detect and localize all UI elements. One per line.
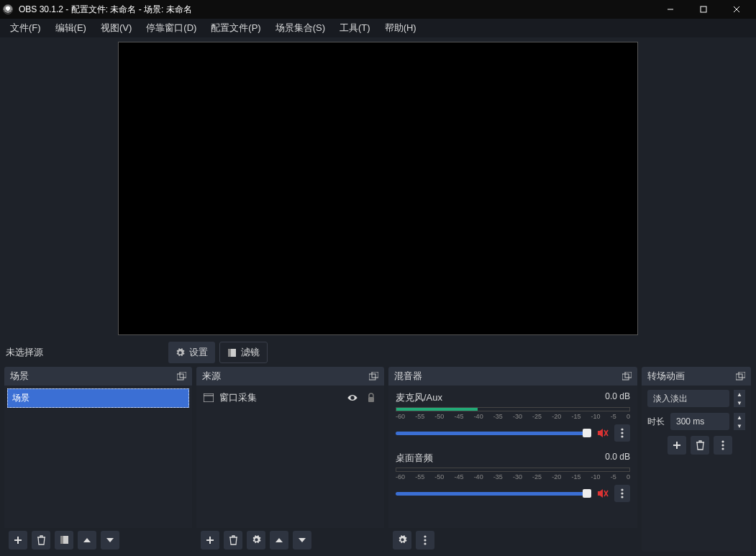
source-move-down-button[interactable] (293, 531, 311, 550)
svg-point-30 (621, 496, 623, 498)
filters-icon (227, 348, 237, 357)
sources-header: 来源 (196, 367, 384, 386)
sources-dock: 来源 窗口采集 (196, 367, 384, 552)
source-properties-button[interactable] (247, 531, 265, 550)
mixer-header: 混音器 (388, 367, 637, 386)
svg-point-40 (721, 447, 724, 450)
scenes-popout-button[interactable] (177, 372, 186, 380)
audio-channel-level: 0.0 dB (605, 391, 630, 404)
svg-rect-1 (701, 6, 706, 12)
menu-scene-collection[interactable]: 场景集合(S) (268, 19, 332, 37)
menubar: 文件(F) 编辑(E) 视图(V) 停靠窗口(D) 配置文件(P) 场景集合(S… (0, 19, 756, 37)
mixer-title: 混音器 (394, 370, 422, 383)
audio-options-button[interactable] (614, 485, 630, 502)
scene-move-down-button[interactable] (101, 531, 119, 550)
menu-edit[interactable]: 编辑(E) (48, 19, 94, 37)
audio-channel-label: 桌面音频 (396, 452, 433, 465)
source-settings-label: 设置 (189, 346, 208, 359)
source-filters-label: 滤镜 (241, 346, 260, 359)
minimize-button[interactable] (654, 0, 687, 19)
add-transition-button[interactable] (668, 436, 686, 455)
svg-point-32 (424, 539, 426, 541)
source-move-up-button[interactable] (270, 531, 288, 550)
sources-popout-button[interactable] (369, 372, 378, 380)
transition-select-up[interactable]: ▲ (734, 390, 745, 398)
source-filters-button[interactable]: 滤镜 (219, 342, 268, 363)
source-settings-button[interactable]: 设置 (168, 342, 215, 363)
obs-logo-icon (3, 4, 13, 14)
scene-move-up-button[interactable] (78, 531, 96, 550)
transition-select-down[interactable]: ▼ (734, 398, 745, 407)
window-source-icon (204, 393, 214, 402)
mixer-settings-button[interactable] (393, 531, 411, 550)
add-scene-button[interactable] (9, 531, 27, 550)
transitions-header: 转场动画 (642, 367, 751, 386)
titlebar: OBS 30.1.2 - 配置文件: 未命名 - 场景: 未命名 (0, 0, 756, 19)
menu-tools[interactable]: 工具(T) (332, 19, 378, 37)
transitions-title: 转场动画 (647, 370, 685, 383)
duration-label: 时长 (647, 416, 666, 428)
svg-point-23 (621, 428, 623, 430)
menu-view[interactable]: 视图(V) (94, 19, 139, 37)
svg-point-31 (424, 535, 426, 537)
svg-point-29 (621, 492, 623, 494)
remove-transition-button[interactable] (691, 436, 709, 455)
svg-point-38 (721, 440, 724, 442)
mixer-dock: 混音器 麦克风/Aux 0.0 dB -60-55-50-45-40-35-30… (388, 367, 637, 552)
sources-title: 来源 (202, 370, 221, 383)
duration-step-up[interactable]: ▲ (734, 413, 745, 421)
source-toolbar: 未选择源 设置 滤镜 (0, 338, 756, 367)
transitions-dock: 转场动画 淡入淡出 ▲ ▼ 时长 300 ms ▲ ▼ (642, 367, 751, 552)
audio-meter (396, 468, 630, 472)
menu-profile[interactable]: 配置文件(P) (204, 19, 268, 37)
duration-field[interactable]: 300 ms (670, 413, 729, 430)
scenes-dock: 场景 场景 (4, 367, 192, 552)
audio-channel-desktop: 桌面音频 0.0 dB -60-55-50-45-40-35-30-25-20-… (396, 452, 630, 502)
window-title: OBS 30.1.2 - 配置文件: 未命名 - 场景: 未命名 (19, 4, 192, 16)
audio-meter (396, 407, 630, 411)
source-item[interactable]: 窗口采集 (196, 386, 384, 410)
audio-channel-label: 麦克风/Aux (396, 391, 442, 404)
audio-channel-mic: 麦克风/Aux 0.0 dB -60-55-50-45-40-35-30-25-… (396, 391, 630, 442)
volume-slider[interactable] (396, 492, 591, 496)
preview-canvas[interactable] (118, 42, 638, 335)
mute-button[interactable] (597, 488, 609, 498)
menu-help[interactable]: 帮助(H) (378, 19, 424, 37)
add-source-button[interactable] (201, 531, 219, 550)
scene-filter-button[interactable] (55, 531, 73, 550)
menu-file[interactable]: 文件(F) (3, 19, 48, 37)
close-button[interactable] (720, 0, 753, 19)
svg-rect-5 (231, 349, 236, 357)
remove-scene-button[interactable] (32, 531, 50, 550)
lock-toggle[interactable] (365, 392, 377, 404)
volume-slider[interactable] (396, 432, 591, 435)
svg-rect-14 (204, 393, 214, 402)
audio-options-button[interactable] (614, 424, 630, 442)
preview-area (0, 37, 756, 338)
mixer-popout-button[interactable] (622, 372, 632, 380)
audio-meter-ticks: -60-55-50-45-40-35-30-25-20-15-10-50 (396, 473, 630, 480)
svg-rect-16 (368, 397, 374, 402)
svg-point-33 (424, 542, 426, 544)
mute-button[interactable] (597, 428, 609, 438)
source-item-label: 窗口采集 (219, 391, 257, 404)
remove-source-button[interactable] (224, 531, 242, 550)
audio-meter-ticks: -60-55-50-45-40-35-30-25-20-15-10-50 (396, 413, 630, 420)
scenes-title: 场景 (10, 370, 29, 383)
transition-menu-button[interactable] (714, 436, 732, 455)
svg-point-39 (721, 444, 724, 446)
svg-point-25 (621, 435, 623, 437)
visibility-toggle[interactable] (347, 392, 358, 404)
maximize-button[interactable] (687, 0, 720, 19)
source-status-label: 未选择源 (6, 346, 142, 359)
scenes-header: 场景 (4, 367, 192, 386)
svg-point-28 (621, 488, 623, 491)
scene-item[interactable]: 场景 (7, 388, 189, 408)
gear-icon (176, 348, 185, 357)
duration-step-down[interactable]: ▼ (734, 421, 745, 430)
transitions-popout-button[interactable] (736, 372, 745, 380)
mixer-menu-button[interactable] (416, 531, 434, 550)
svg-point-24 (621, 432, 623, 434)
menu-dock[interactable]: 停靠窗口(D) (139, 19, 204, 37)
transition-select[interactable]: 淡入淡出 (647, 390, 729, 407)
